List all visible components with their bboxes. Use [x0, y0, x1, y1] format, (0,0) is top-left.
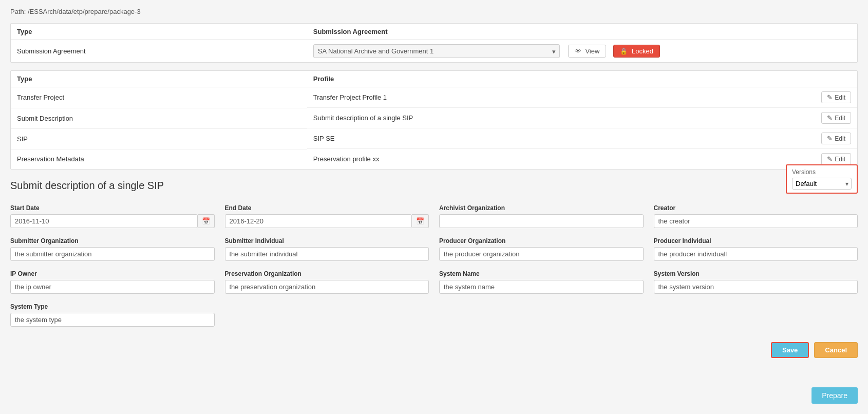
profile-type-cell: Transfer Project [11, 87, 307, 108]
pencil-icon [827, 156, 835, 163]
start-date-cal-button[interactable]: 📅 [198, 214, 215, 228]
edit-button[interactable]: Edit [821, 153, 851, 165]
versions-select[interactable]: Default [792, 178, 852, 190]
start-date-input[interactable] [10, 214, 198, 228]
page-wrapper: Path: /ESSArch/data/etp/prepare/package-… [0, 0, 868, 414]
submission-agreement-card: Type Submission Agreement Submission Agr… [10, 23, 858, 63]
profile-type-cell: Preservation Metadata [11, 149, 307, 169]
form-section-title: Submit description of a single SIP [10, 180, 858, 192]
sa-dropdown-wrapper[interactable]: SA National Archive and Government 1 [313, 44, 560, 58]
system-type-group: System Type [10, 303, 215, 327]
profiles-tbody: Transfer Project Transfer Project Profil… [11, 87, 857, 170]
producer-individual-input[interactable] [654, 247, 858, 261]
sa-value-cell: SA National Archive and Government 1 Vie… [307, 40, 857, 63]
submitter-individual-input[interactable] [225, 247, 429, 261]
pencil-icon [827, 135, 835, 142]
profile-row: Transfer Project Transfer Project Profil… [11, 87, 857, 108]
archivist-org-group: Archivist Organization [439, 204, 644, 228]
profile-type-cell: Submit Description [11, 108, 307, 128]
profile-row: SIP SIP SE Edit [11, 128, 857, 149]
sa-dropdown[interactable]: SA National Archive and Government 1 [313, 44, 560, 58]
profile-name-cell: Preservation profile xx Edit [307, 149, 857, 169]
profile-col1-header: Type [11, 71, 307, 87]
sa-row: Submission Agreement SA National Archive… [11, 40, 857, 63]
system-version-input[interactable] [654, 280, 858, 294]
producer-individual-label: Producer Individual [654, 237, 858, 244]
system-name-label: System Name [439, 270, 644, 277]
system-name-group: System Name [439, 270, 644, 294]
breadcrumb: Path: /ESSArch/data/etp/prepare/package-… [10, 8, 858, 15]
end-date-cal-button[interactable]: 📅 [412, 214, 429, 228]
submitter-org-group: Submitter Organization [10, 237, 215, 261]
submitter-org-input[interactable] [10, 247, 215, 261]
producer-org-label: Producer Organization [439, 237, 644, 244]
system-type-input[interactable] [10, 313, 215, 327]
locked-button[interactable]: Locked [613, 45, 660, 58]
end-date-wrapper: 📅 [225, 214, 429, 228]
lock-icon [620, 47, 630, 55]
producer-individual-group: Producer Individual [654, 237, 858, 261]
form-row-2: Submitter Organization Submitter Individ… [10, 237, 858, 261]
edit-button[interactable]: Edit [821, 112, 851, 124]
submitter-individual-group: Submitter Individual [225, 237, 429, 261]
edit-button[interactable]: Edit [821, 133, 851, 144]
form-row-4: System Type [10, 303, 858, 327]
profile-name-cell: SIP SE Edit [307, 128, 857, 149]
profile-name-cell: Submit description of a single SIP Edit [307, 108, 857, 128]
ip-owner-input[interactable] [10, 280, 215, 294]
preservation-org-group: Preservation Organization [225, 270, 429, 294]
submitter-individual-label: Submitter Individual [225, 237, 429, 244]
end-date-group: End Date 📅 [225, 204, 429, 228]
view-button[interactable]: View [568, 45, 607, 58]
system-version-group: System Version [654, 270, 858, 294]
system-type-label: System Type [10, 303, 215, 310]
system-version-label: System Version [654, 270, 858, 277]
profile-col2-header: Profile [307, 71, 857, 87]
form-section: Start Date 📅 End Date 📅 Archivist Organi… [10, 197, 858, 327]
profiles-card: Type Profile Transfer Project Transfer P… [10, 70, 858, 170]
profile-name-cell: Transfer Project Profile 1 Edit [307, 87, 857, 108]
versions-label: Versions [792, 168, 852, 176]
profile-row: Submit Description Submit description of… [11, 108, 857, 128]
archivist-org-input[interactable] [439, 214, 644, 228]
producer-org-input[interactable] [439, 247, 644, 261]
pencil-icon [827, 94, 835, 101]
ip-owner-label: IP Owner [10, 270, 215, 277]
ip-owner-group: IP Owner [10, 270, 215, 294]
sa-col2-header: Submission Agreement [307, 24, 857, 40]
eye-icon [575, 47, 583, 55]
preservation-org-input[interactable] [225, 280, 429, 294]
creator-input[interactable] [654, 214, 858, 228]
sa-col1-header: Type [11, 24, 307, 40]
versions-box: Versions Default [786, 164, 858, 194]
submission-agreement-table: Type Submission Agreement Submission Agr… [11, 24, 857, 62]
archivist-org-label: Archivist Organization [439, 204, 644, 212]
start-date-group: Start Date 📅 [10, 204, 215, 228]
profile-type-cell: SIP [11, 128, 307, 149]
versions-select-wrapper[interactable]: Default [792, 178, 852, 190]
cancel-button[interactable]: Cancel [814, 342, 858, 358]
creator-group: Creator [654, 204, 858, 228]
profile-row: Preservation Metadata Preservation profi… [11, 149, 857, 169]
start-date-label: Start Date [10, 204, 215, 212]
form-row-1: Start Date 📅 End Date 📅 Archivist Organi… [10, 204, 858, 228]
profiles-table: Type Profile Transfer Project Transfer P… [11, 71, 857, 169]
end-date-input[interactable] [225, 214, 412, 228]
footer-buttons: Save Cancel [10, 342, 858, 368]
save-button[interactable]: Save [771, 342, 809, 358]
producer-org-group: Producer Organization [439, 237, 644, 261]
submitter-org-label: Submitter Organization [10, 237, 215, 244]
preservation-org-label: Preservation Organization [225, 270, 429, 277]
prepare-button[interactable]: Prepare [812, 387, 858, 404]
creator-label: Creator [654, 204, 858, 212]
system-name-input[interactable] [439, 280, 644, 294]
sa-type-cell: Submission Agreement [11, 40, 307, 63]
form-row-3: IP Owner Preservation Organization Syste… [10, 270, 858, 294]
edit-button[interactable]: Edit [821, 91, 851, 103]
start-date-wrapper: 📅 [10, 214, 215, 228]
end-date-label: End Date [225, 204, 429, 212]
pencil-icon [827, 115, 835, 122]
